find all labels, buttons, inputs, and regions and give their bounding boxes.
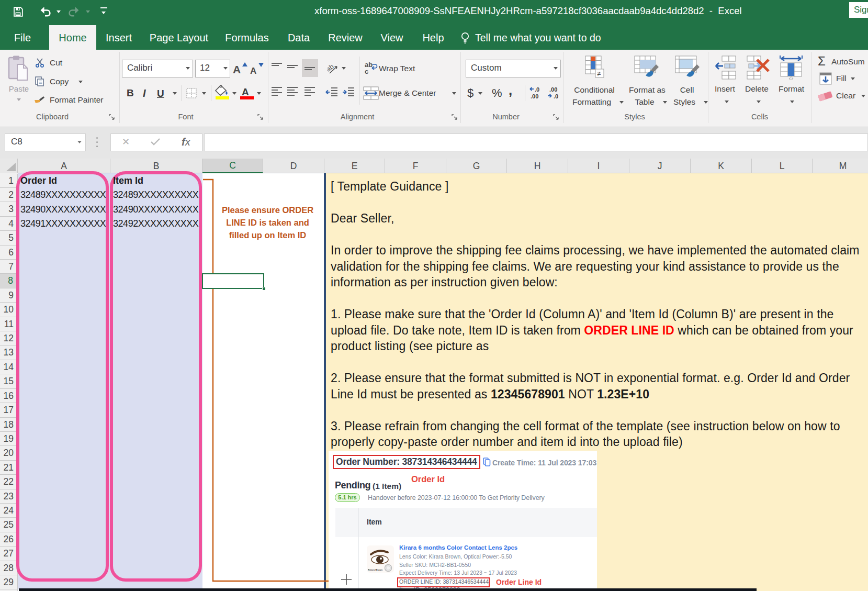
svg-text:≠: ≠ (597, 70, 601, 77)
svg-text:Kirara Brown: Kirara Brown (368, 568, 383, 571)
svg-text:c: c (365, 68, 368, 75)
